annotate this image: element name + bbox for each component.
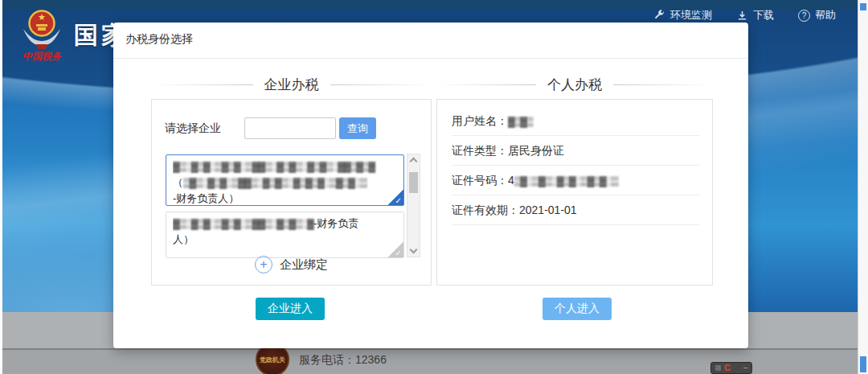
personal-section-title: 个人办税 bbox=[436, 76, 713, 94]
check-icon: ✓ bbox=[395, 196, 403, 205]
grid-dots-icon bbox=[715, 365, 721, 371]
national-emblem-icon: ★ bbox=[19, 6, 64, 51]
nav-env-monitor[interactable]: 环境监测 bbox=[653, 8, 712, 23]
enterprise-enter-button[interactable]: 企业进入 bbox=[256, 298, 325, 320]
nav-help[interactable]: ? 帮助 bbox=[798, 8, 836, 23]
id-type-value: 居民身份证 bbox=[508, 144, 564, 157]
censored-company-name: ▓▒░▓▒▓░▒▓▒▓░▒▓▓▒░▓▒▓▒░▓ bbox=[173, 218, 313, 229]
page-scrollbar-top-segment[interactable] bbox=[860, 3, 866, 10]
list-scrollbar[interactable] bbox=[407, 154, 420, 257]
scroll-up-icon[interactable] bbox=[410, 158, 418, 166]
enterprise-list: ▓▒░▓▒▓░▒▓▒▓░▒▓▓▒░▓▒▓▒░▓▒▓▒░▓▓▒▓▒▓ （▒▓▒░▓… bbox=[165, 153, 420, 258]
id-number-label: 证件号码： bbox=[452, 174, 508, 187]
nav-download-label: 下载 bbox=[753, 8, 774, 23]
list-scrollbar-thumb[interactable] bbox=[409, 172, 418, 193]
select-enterprise-label: 请选择企业 bbox=[165, 121, 221, 136]
nav-help-label: 帮助 bbox=[815, 8, 836, 23]
page: ★ 中国税务 国家 环境监测 下载 ? 帮助 bbox=[0, 0, 868, 374]
scroll-down-icon[interactable] bbox=[410, 246, 418, 254]
enterprise-bind-action[interactable]: + 企业绑定 bbox=[152, 256, 431, 273]
left-edge bbox=[0, 0, 2, 374]
unselected-check-corner: ✓ bbox=[387, 241, 403, 257]
svg-text:★: ★ bbox=[38, 12, 46, 22]
item-role-suffix2: 人） bbox=[173, 233, 194, 245]
personal-info-rows: 用户姓名：▓▒▓▒ 证件类型：居民身份证 证件号码：4▒▓░▒▓▒░▓▒▓░▒▓… bbox=[452, 106, 699, 225]
selected-check-corner: ✓ bbox=[387, 189, 403, 205]
logo-caption: 中国税务 bbox=[16, 50, 68, 64]
page-scrollbar[interactable] bbox=[858, 0, 868, 374]
id-number-row: 证件号码：4▒▓░▒▓▒░▓▒▓░▒▓▒▓░▒ bbox=[452, 166, 699, 195]
personal-enter-button[interactable]: 个人进入 bbox=[542, 298, 612, 320]
enterprise-list-item-selected[interactable]: ▓▒░▓▒▓░▒▓▒▓░▒▓▓▒░▓▒▓▒░▓▒▓▒░▓▓▒▓▒▓ （▒▓▒░▓… bbox=[166, 154, 404, 206]
minimize-icon: – bbox=[743, 364, 747, 372]
service-phone: 服务电话：12366 bbox=[299, 353, 387, 368]
id-type-label: 证件类型： bbox=[452, 144, 508, 157]
enterprise-search-input[interactable] bbox=[244, 117, 336, 139]
enterprise-list-item[interactable]: ▓▒░▓▒▓░▒▓▒▓░▒▓▓▒░▓▒▓▒░▓-财务负责 人） ✓ bbox=[166, 212, 404, 258]
title-divider bbox=[113, 58, 748, 59]
censored-user-name: ▓▒▓▒ bbox=[508, 116, 533, 127]
user-name-label: 用户姓名： bbox=[452, 114, 508, 127]
nav-download[interactable]: 下载 bbox=[736, 8, 774, 23]
identity-select-dialog: 办税身份选择 企业办税 个人办税 请选择企业 查询 ▓▒░▓▒▓░▒▓▒▓░▒▓… bbox=[113, 23, 748, 348]
top-navigation: 环境监测 下载 ? 帮助 bbox=[653, 8, 836, 23]
censored-id-number: ▒▓░▒▓▒░▓▒▓░▒▓▒▓░▒ bbox=[514, 175, 618, 187]
nav-env-monitor-label: 环境监测 bbox=[670, 8, 712, 23]
wrench-icon bbox=[653, 10, 665, 22]
validity-value: 2021-01-01 bbox=[519, 203, 577, 216]
censored-company-detail: ▒▓▒░▓▒▓░▒▓▓▒░▓▒▓▒░▓▒▓▒▓░▒▓▒▓░▒ bbox=[183, 177, 366, 188]
plus-circle-icon: + bbox=[255, 256, 272, 273]
dialog-title: 办税身份选择 bbox=[125, 32, 193, 47]
user-name-row: 用户姓名：▓▒▓▒ bbox=[452, 106, 699, 136]
id-number-prefix: 4 bbox=[508, 174, 514, 187]
validity-label: 证件有效期： bbox=[452, 203, 519, 216]
floating-widget[interactable]: C – bbox=[710, 362, 752, 374]
paren-open: （ bbox=[173, 176, 183, 188]
query-button[interactable]: 查询 bbox=[339, 117, 376, 139]
id-type-row: 证件类型：居民身份证 bbox=[452, 136, 699, 166]
enterprise-bind-label: 企业绑定 bbox=[280, 257, 328, 273]
download-icon bbox=[736, 10, 748, 22]
enterprise-section-title: 企业办税 bbox=[151, 76, 432, 94]
item-role-suffix: -财务负责 bbox=[313, 217, 358, 229]
censored-company-name: ▓▒░▓▒▓░▒▓▒▓░▒▓▓▒░▓▒▓▒░▓▒▓▒░▓▓▒▓▒▓ bbox=[173, 161, 375, 172]
page-scrollbar-thumb[interactable] bbox=[860, 356, 866, 372]
item-role-suffix: -财务负责人） bbox=[173, 192, 239, 204]
widget-logo-glyph: C bbox=[724, 364, 731, 372]
validity-row: 证件有效期：2021-01-01 bbox=[452, 195, 699, 225]
tax-bureau-emblem-logo: ★ bbox=[19, 6, 64, 55]
help-icon: ? bbox=[798, 10, 810, 22]
enterprise-panel: 请选择企业 查询 ▓▒░▓▒▓░▒▓▒▓░▒▓▓▒░▓▒▓▒░▓▒▓▒░▓▓▒▓… bbox=[151, 99, 432, 286]
personal-panel: 用户姓名：▓▒▓▒ 证件类型：居民身份证 证件号码：4▒▓░▒▓▒░▓▒▓░▒▓… bbox=[436, 99, 713, 286]
